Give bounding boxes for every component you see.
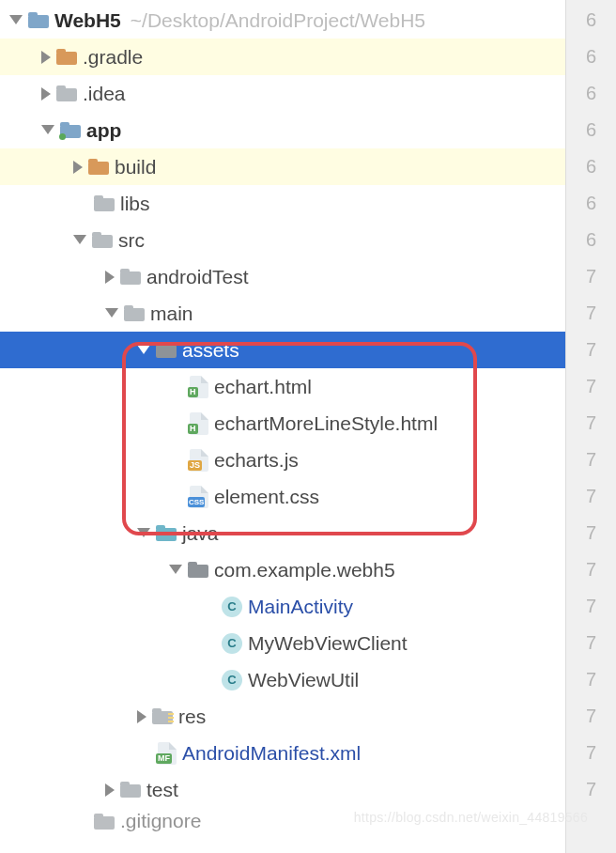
chevron-down-icon[interactable]: [137, 528, 150, 537]
gutter-number: 6: [586, 39, 596, 75]
right-gutter: 6666666777777777777777: [565, 0, 616, 853]
gutter-number: 7: [586, 771, 596, 808]
arrow-placeholder: [73, 197, 88, 210]
tree-row[interactable]: test: [0, 771, 565, 808]
tree-row[interactable]: MFAndroidManifest.xml: [0, 735, 565, 771]
gutter-number: 7: [586, 661, 596, 698]
tree-row[interactable]: java: [0, 515, 565, 551]
tree-row[interactable]: androidTest: [0, 258, 565, 295]
tree-item-label: .gradle: [83, 46, 143, 69]
folder-icon: [156, 525, 177, 541]
tree-item-label: java: [182, 522, 219, 545]
folder-icon: [60, 122, 81, 138]
gutter-number: 7: [586, 332, 596, 368]
gutter-number: 7: [586, 478, 596, 515]
folder-icon: [188, 562, 208, 578]
tree-item-label: res: [178, 706, 206, 728]
tree-row[interactable]: CMyWebViewClient: [0, 625, 565, 661]
arrow-placeholder: [73, 814, 88, 828]
gutter-number: 7: [586, 735, 596, 771]
folder-icon: [94, 195, 115, 211]
folder-icon: [156, 342, 177, 358]
arrow-placeholder: [137, 747, 152, 760]
tree-item-label: echarts.js: [214, 449, 299, 472]
tree-item-label: main: [150, 302, 193, 325]
chevron-down-icon[interactable]: [41, 125, 54, 134]
project-tree[interactable]: WebH5~/Desktop/AndroidProject/WebH5.grad…: [0, 0, 565, 853]
tree-row[interactable]: .idea: [0, 75, 565, 112]
gutter-number: 6: [586, 2, 596, 39]
tree-row[interactable]: main: [0, 295, 565, 332]
chevron-right-icon[interactable]: [105, 271, 115, 284]
class-icon: C: [222, 597, 242, 617]
tree-item-label: .gitignore: [120, 810, 201, 832]
chevron-down-icon[interactable]: [9, 15, 23, 24]
gutter-number: 7: [586, 588, 596, 625]
chevron-down-icon[interactable]: [105, 308, 118, 318]
folder-icon: [120, 269, 141, 285]
tree-item-label: app: [86, 119, 121, 142]
tree-item-label: echartMoreLineStyle.html: [214, 412, 438, 435]
gutter-number: 7: [586, 442, 596, 478]
tree-row[interactable]: com.example.webh5: [0, 551, 565, 588]
gutter-number: 6: [586, 222, 596, 258]
tree-row[interactable]: assets: [0, 332, 565, 368]
arrow-placeholder: [201, 600, 216, 613]
gutter-number: 6: [586, 185, 596, 222]
chevron-down-icon[interactable]: [169, 565, 182, 574]
tree-item-label: test: [146, 779, 178, 801]
tree-row[interactable]: app: [0, 112, 565, 148]
folder-icon: [56, 85, 77, 101]
chevron-right-icon[interactable]: [41, 51, 51, 64]
gutter-number: 6: [586, 112, 596, 148]
arrow-placeholder: [169, 454, 184, 467]
folder-icon: [152, 708, 173, 724]
tree-row[interactable]: CWebViewUtil: [0, 661, 565, 698]
tree-row[interactable]: build: [0, 148, 565, 185]
gutter-number: 6: [586, 75, 596, 112]
tree-item-label: AndroidManifest.xml: [182, 742, 361, 765]
tree-row[interactable]: libs: [0, 185, 565, 222]
arrow-placeholder: [169, 417, 184, 430]
tree-row[interactable]: .gradle: [0, 39, 565, 75]
tree-row[interactable]: CSSelement.css: [0, 478, 565, 515]
tree-row[interactable]: res: [0, 698, 565, 735]
gutter-number: 7: [586, 368, 596, 405]
folder-icon: [120, 782, 141, 798]
class-icon: C: [222, 670, 242, 690]
tree-item-label: .idea: [83, 83, 126, 105]
gutter-number: 7: [586, 698, 596, 735]
folder-icon: [92, 232, 113, 248]
tree-row[interactable]: Hechart.html: [0, 368, 565, 405]
html-file-icon: H: [190, 376, 208, 398]
tree-item-label: src: [118, 229, 145, 252]
tree-row[interactable]: CMainActivity: [0, 588, 565, 625]
manifest-file-icon: MF: [158, 742, 177, 765]
gutter-number: 7: [586, 405, 596, 442]
tree-item-label: assets: [182, 339, 239, 362]
tree-row[interactable]: JSecharts.js: [0, 442, 565, 478]
tree-row[interactable]: .gitignore: [0, 808, 565, 834]
folder-icon: [56, 49, 77, 65]
chevron-right-icon[interactable]: [41, 87, 51, 101]
chevron-right-icon[interactable]: [137, 710, 146, 723]
chevron-down-icon[interactable]: [137, 345, 150, 354]
tree-row[interactable]: HechartMoreLineStyle.html: [0, 405, 565, 442]
chevron-right-icon[interactable]: [73, 161, 83, 174]
tree-item-label: echart.html: [214, 376, 312, 398]
arrow-placeholder: [169, 490, 184, 504]
class-icon: C: [222, 633, 242, 654]
arrow-placeholder: [169, 380, 184, 394]
tree-item-label: MainActivity: [248, 596, 353, 618]
project-path: ~/Desktop/AndroidProject/WebH5: [131, 9, 425, 32]
chevron-right-icon[interactable]: [105, 783, 115, 797]
gutter-number: 6: [586, 148, 596, 185]
chevron-down-icon[interactable]: [73, 235, 86, 244]
tree-row[interactable]: WebH5~/Desktop/AndroidProject/WebH5: [0, 2, 565, 39]
tree-item-label: com.example.webh5: [214, 559, 395, 582]
arrow-placeholder: [201, 637, 216, 650]
folder-icon: [94, 814, 115, 830]
tree-row[interactable]: src: [0, 222, 565, 258]
tree-item-label: MyWebViewClient: [248, 632, 408, 655]
gutter-number: 7: [586, 625, 596, 661]
